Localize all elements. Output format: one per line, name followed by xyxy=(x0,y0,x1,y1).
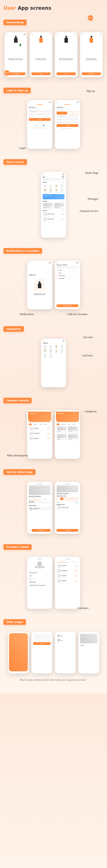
tab-apartment[interactable]: Apartment xyxy=(60,424,66,425)
section-service-detail: Service detail page xyxy=(3,469,35,475)
time-slot[interactable]: 9:00 xyxy=(57,497,60,500)
login-button[interactable]: LOGIN xyxy=(29,118,51,121)
category-smart-home[interactable]: 🏠Smart Home xyxy=(48,349,53,353)
location-option[interactable]: 📍Office xyxy=(57,272,78,275)
service-cleaning[interactable]: 🧹Cleaning xyxy=(48,184,53,188)
password-input[interactable]: •••••••• xyxy=(29,113,51,116)
service-item[interactable]: AC ServicingBy Jacob Jones$100 xyxy=(29,436,51,441)
search-input[interactable]: Search here... xyxy=(43,178,64,180)
tab-home[interactable]: Home xyxy=(39,424,43,425)
offer-banner[interactable]: Cleaning Service Offer Get 25% Off xyxy=(43,194,64,199)
service-painting[interactable]: 🎨Painting xyxy=(54,184,59,188)
service-booking-screen: ←Service Detail Apartment Cleaning Selec… xyxy=(55,482,80,534)
service-item[interactable]: Home CleaningBy Leslie Alexander$150 xyxy=(29,431,51,436)
onboard-screen-4: 9:41SKIP Payment Gateway Lorem ipsum dol… xyxy=(80,32,103,77)
service-smart home[interactable]: 🏠Smart Home xyxy=(48,189,53,193)
label-homepage: Home Page xyxy=(85,172,98,175)
location-option[interactable]: 📍Home xyxy=(57,269,78,272)
label-packages: Packages xyxy=(88,197,98,200)
login-screen: 9:41●●● UrbanPay Hello User ! Signin for… xyxy=(27,100,52,149)
remember-checkbox[interactable]: Remember Me xyxy=(29,116,34,117)
next-button[interactable]: NEXT xyxy=(31,72,51,75)
time-slot[interactable]: 1:00 xyxy=(68,497,71,500)
location-screen: 9:41●●● Add your Location Pick a Locatio… xyxy=(55,260,80,309)
category-plumber[interactable]: 🚿Plumber xyxy=(59,345,64,349)
category-pest-control[interactable]: 🧹Pest Control xyxy=(48,354,53,358)
signup-button[interactable]: SIGNUP xyxy=(57,124,78,127)
category-security[interactable]: 🔒Security xyxy=(54,349,59,353)
tab-office[interactable]: Office xyxy=(72,424,76,425)
onboard-screen-3: 9:41SKIP Book The Appointment Lorem ipsu… xyxy=(55,32,78,77)
service-plumber[interactable]: 🚿Plumber xyxy=(59,184,64,188)
category-cleaning[interactable]: 🧹Cleaning xyxy=(48,345,53,349)
tab-reviews[interactable]: Review xyxy=(68,560,78,562)
signin-link[interactable]: Sign In xyxy=(71,128,73,129)
location-option[interactable]: 📍Friend's Place xyxy=(57,277,78,280)
onboard-screen-2: 9:41SKIP Find Your Service Lorem ipsum d… xyxy=(30,32,52,77)
service-image xyxy=(29,485,51,495)
featured-service-1[interactable]: Painting For Home⭐ 4.5 $120 xyxy=(43,212,64,217)
time-slot[interactable]: 11:00 xyxy=(64,497,67,500)
location-option[interactable]: 📍Parent's House xyxy=(57,275,78,277)
apple-login[interactable] xyxy=(38,124,41,127)
label-list-view: List view xyxy=(83,336,93,339)
label-add-location: +Add new location xyxy=(66,313,87,316)
label-grid-view: Grid view xyxy=(82,354,93,357)
footer-text: Much more screens which will make your e… xyxy=(3,679,104,681)
category-salon[interactable]: 💇Salon xyxy=(43,349,48,353)
tab-office[interactable]: Office xyxy=(44,424,48,425)
category-grid-screen: Cleaning AllApartmentHomeOffice Fixing F… xyxy=(55,410,80,459)
section-onboarding: Onboardings xyxy=(3,20,27,25)
user-avatar[interactable] xyxy=(62,175,64,178)
tab-all[interactable]: All xyxy=(57,424,60,425)
location-search[interactable]: Pick a Location xyxy=(57,266,78,268)
service-salon[interactable]: 💇Salon xyxy=(43,189,48,193)
save-location-button[interactable]: SAVE LOCATION xyxy=(57,304,78,307)
notification-screen: 9:41●●● Notification No Notifications Ye… xyxy=(27,260,52,309)
label-featured: Featured service xyxy=(80,210,98,213)
category-handyman[interactable]: 🔧Handyman xyxy=(43,345,48,349)
other-screen-2: SAVE xyxy=(31,632,52,673)
section-notif: Notifications & Location xyxy=(3,248,42,254)
tab-detail[interactable]: Detail xyxy=(29,498,40,500)
category-carpenter[interactable]: 🪚Carpenter xyxy=(59,349,64,353)
service-handyman[interactable]: 🔧Handyman xyxy=(43,184,48,188)
forgot-link[interactable]: Forgot Password? xyxy=(45,116,51,117)
other-screen-1 xyxy=(8,632,29,673)
section-categories: Categories xyxy=(3,326,24,332)
quantity-stepper[interactable]: − 1 + xyxy=(74,502,78,503)
tab-home[interactable]: Home xyxy=(67,424,71,425)
tab-services[interactable]: Services xyxy=(57,560,68,562)
book-now-button[interactable]: BOOK NOW xyxy=(32,529,50,532)
time-slot[interactable]: 3:00 xyxy=(75,497,78,500)
category-list-screen: 9:41●●● Category 🔧Handyman🧹Cleaning🎨Pain… xyxy=(41,339,66,387)
provider-card[interactable]: Leslie AlexanderCleaning Expert xyxy=(29,506,51,511)
email-input[interactable]: example@gmail.com xyxy=(29,110,51,113)
signup-link[interactable]: Sign Up xyxy=(43,128,45,128)
provider-detail-screen: ←Provider Details Leslie Alexander Clean… xyxy=(27,557,52,609)
featured-service-2[interactable]: House Cleaning⭐ 4.8 $150 xyxy=(43,217,64,222)
page-title: User App screens xyxy=(3,5,104,11)
tab-review[interactable]: Review xyxy=(39,498,51,500)
category-painting[interactable]: 🎨Painting xyxy=(54,345,59,349)
tab-all[interactable]: All xyxy=(29,424,32,425)
app-logo: UrbanPay xyxy=(29,104,51,105)
signup-screen: 9:41●●● UrbanPay Hello User ! Signup for… xyxy=(55,100,80,149)
service-carpenter[interactable]: 🪚Carpenter xyxy=(59,189,64,193)
tab-apartment[interactable]: Apartment xyxy=(32,424,38,425)
otp-login[interactable]: 📱 xyxy=(42,124,45,127)
google-login[interactable]: G xyxy=(34,124,37,127)
label-categories: Categories xyxy=(84,410,97,413)
time-slot[interactable]: 10:00 xyxy=(60,497,63,500)
label-signup: Sign up xyxy=(86,89,95,93)
provider-avatar xyxy=(37,561,42,566)
sticky-note-34: 3 & 4 xyxy=(88,15,93,21)
service-item[interactable]: Fixing FaucetBy John Doe$120 xyxy=(29,426,51,431)
service-security[interactable]: 🔒Security xyxy=(54,189,59,193)
time-slot[interactable]: 2:00 xyxy=(71,497,74,500)
continue-button[interactable]: CONTINUE xyxy=(57,529,78,532)
sticky-note-12: 1 & 2 xyxy=(4,70,9,75)
view-all-link[interactable]: View All xyxy=(62,182,64,183)
category-ac-repair[interactable]: 🔧AC Repair xyxy=(43,354,48,358)
label-subcategories: With subcategories xyxy=(7,454,28,457)
